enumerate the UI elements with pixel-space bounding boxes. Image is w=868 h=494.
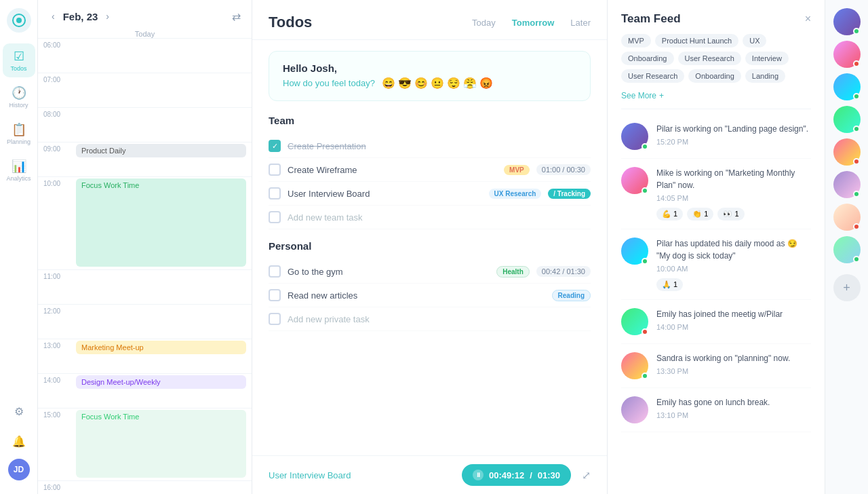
time-row-0800: 08:00 xyxy=(38,107,252,142)
calendar-filter-icon[interactable]: ⇄ xyxy=(232,10,241,23)
feed-header: Team Feed × xyxy=(608,0,825,34)
task-checkbox-3[interactable] xyxy=(269,187,281,200)
calendar-next-button[interactable]: › xyxy=(103,10,112,23)
nav-item-planning[interactable]: 📋 Planning xyxy=(3,117,35,151)
nav-icons: ☑ Todos 🕐 History 📋 Planning 📊 Analytics xyxy=(3,43,35,394)
add-team-task-label: Add new team task xyxy=(288,212,591,223)
add-team-task-item[interactable]: Add new team task xyxy=(269,206,591,229)
online-dot-2 xyxy=(642,187,648,194)
timer-total: 01:30 xyxy=(538,470,560,480)
active-task-name: User Interview Board xyxy=(269,470,351,480)
badge-mvp[interactable]: MVP xyxy=(504,165,530,175)
tag-product-hunt[interactable]: Product Hunt Launch xyxy=(655,34,738,48)
reaction-eyes[interactable]: 👀 1 xyxy=(717,208,744,221)
tab-today[interactable]: Today xyxy=(472,16,496,29)
feed-content-5: Sandra is working on "planning" now. 13:… xyxy=(656,352,811,379)
right-avatar-3[interactable] xyxy=(833,73,861,100)
event-marketing-meetup[interactable]: Marketing Meet-up xyxy=(76,341,246,354)
right-avatar-1[interactable] xyxy=(833,8,861,35)
feed-content-6: Emily has gone on lunch break. 13:10 PM xyxy=(656,396,811,423)
tag-user-research-1[interactable]: User Research xyxy=(678,52,741,65)
right-avatar-2[interactable] xyxy=(833,41,861,68)
right-avatar-5[interactable] xyxy=(833,138,861,166)
add-team-checkbox xyxy=(269,211,281,223)
reaction-muscle[interactable]: 💪 1 xyxy=(656,208,683,221)
app-logo-icon[interactable] xyxy=(7,8,31,33)
add-member-button[interactable]: + xyxy=(833,274,861,301)
mood-emoji-2[interactable]: 😎 xyxy=(398,77,412,90)
r-dot-4 xyxy=(853,126,860,132)
event-product-daily[interactable]: Product Daily xyxy=(76,144,246,157)
feed-content-1: Pilar is working on "Landing page design… xyxy=(656,123,811,150)
tag-ux[interactable]: UX xyxy=(743,34,766,48)
r-dot-5 xyxy=(853,158,860,165)
reactions-2: 💪 1 👏 1 👀 1 xyxy=(656,208,811,221)
badge-health[interactable]: Health xyxy=(496,266,530,278)
event-focus-work-2[interactable]: Focus Work Time xyxy=(76,410,246,478)
right-avatar-6[interactable] xyxy=(833,171,861,198)
task-checkbox-gym[interactable] xyxy=(269,265,281,278)
pause-icon[interactable]: ⏸ xyxy=(473,470,484,480)
nav-item-todos[interactable]: ☑ Todos xyxy=(3,43,35,77)
tab-later[interactable]: Later xyxy=(570,16,591,29)
right-avatar-4[interactable] xyxy=(833,106,861,133)
feed-text-2: Mike is working on "Marketing Monthly Pl… xyxy=(656,167,811,191)
mood-emoji-6[interactable]: 😤 xyxy=(463,77,477,90)
mood-emoji-7[interactable]: 😡 xyxy=(479,77,493,90)
tag-onboarding-2[interactable]: Onboarding xyxy=(688,69,741,83)
todos-bottom-bar: User Interview Board ⏸ 00:49:12 / 01:30 … xyxy=(252,455,607,494)
tag-mvp[interactable]: MVP xyxy=(621,34,651,48)
task-name-3: User Interview Board xyxy=(288,189,482,199)
expand-icon[interactable]: ⤢ xyxy=(582,469,591,482)
event-design-meetup[interactable]: Design Meet-up/Weekly xyxy=(76,375,246,389)
feed-close-button[interactable]: × xyxy=(805,13,811,25)
greeting-question-text: How do you feel today? xyxy=(283,78,375,88)
time-row-1500: 15:00 Focus Work Time xyxy=(38,408,252,480)
history-label: History xyxy=(9,102,28,109)
feed-text-3: Pilar has updated his daily mood as 😏 "M… xyxy=(656,238,811,262)
right-avatar-7[interactable] xyxy=(833,204,861,231)
task-item-user-interview: User Interview Board UX Research / Track… xyxy=(269,182,591,206)
add-personal-task-item[interactable]: Add new private task xyxy=(269,307,591,331)
event-focus-work-1[interactable]: Focus Work Time xyxy=(76,178,246,267)
badge-reading[interactable]: Reading xyxy=(552,290,591,301)
task-name-1: Create Presentation xyxy=(288,141,591,151)
nav-item-history[interactable]: 🕐 History xyxy=(3,80,35,114)
right-avatar-8[interactable] xyxy=(833,236,861,263)
analytics-label: Analytics xyxy=(7,175,31,182)
calendar-nav: ‹ Feb, 23 › xyxy=(49,10,112,23)
mood-emoji-4[interactable]: 😐 xyxy=(431,77,444,90)
mood-emoji-3[interactable]: 😊 xyxy=(414,77,428,90)
r-dot-6 xyxy=(853,191,860,197)
bell-icon[interactable]: 🔔 xyxy=(7,429,31,453)
reaction-clap[interactable]: 👏 1 xyxy=(687,208,713,221)
tab-tomorrow[interactable]: Tomorrow xyxy=(512,16,555,29)
badge-ux-research[interactable]: UX Research xyxy=(489,189,542,199)
nav-item-analytics[interactable]: 📊 Analytics xyxy=(3,153,35,187)
task-checkbox-articles[interactable] xyxy=(269,289,281,301)
tag-landing[interactable]: Landing xyxy=(745,69,785,83)
task-checkbox-1[interactable]: ✓ xyxy=(269,140,281,152)
mood-emoji-1[interactable]: 😄 xyxy=(382,77,395,90)
r-dot-3 xyxy=(853,93,860,100)
mood-emoji-5[interactable]: 😌 xyxy=(447,77,460,90)
task-name-articles: Read new articles xyxy=(288,290,545,301)
settings-icon[interactable]: ⚙ xyxy=(7,399,31,423)
tag-onboarding-1[interactable]: Onboarding xyxy=(621,52,674,65)
feed-item-2: Mike is working on "Marketing Monthly Pl… xyxy=(621,159,811,229)
tag-user-research-2[interactable]: User Research xyxy=(621,69,684,83)
badge-tracking[interactable]: / Tracking xyxy=(548,189,591,199)
time-grid: 06:00 07:00 08:00 09:00 Product Daily 10… xyxy=(38,38,252,494)
see-more-plus-icon: + xyxy=(659,91,664,100)
calendar-prev-button[interactable]: ‹ xyxy=(49,10,58,23)
task-checkbox-2[interactable] xyxy=(269,164,281,176)
tag-interview[interactable]: Interview xyxy=(745,52,789,65)
todos-label: Todos xyxy=(10,65,26,72)
see-more-button[interactable]: See More + xyxy=(608,91,825,109)
personal-section-title: Personal xyxy=(269,240,591,252)
reaction-pray[interactable]: 🙏 1 xyxy=(656,278,683,291)
timer-pill[interactable]: ⏸ 00:49:12 / 01:30 xyxy=(462,464,571,486)
online-dot-4 xyxy=(642,328,648,335)
user-avatar[interactable]: JD xyxy=(8,459,30,480)
timer-elapsed: 00:49:12 xyxy=(489,470,524,480)
